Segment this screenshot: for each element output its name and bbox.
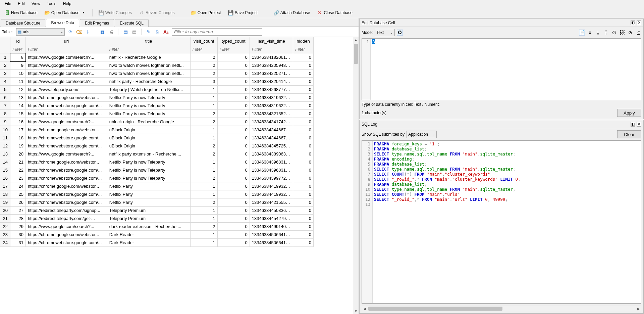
- cell-visit-count[interactable]: 2: [190, 110, 217, 118]
- cell-hidden[interactable]: 0: [293, 215, 314, 223]
- vertical-scrollbar[interactable]: ▲ ▼: [353, 37, 359, 314]
- table-row[interactable]: 512https://www.teleparty.com/Teleparty |…: [0, 86, 314, 94]
- col-header-hidden[interactable]: hidden: [293, 37, 314, 45]
- menu-file[interactable]: File: [1, 1, 14, 7]
- cell-hidden[interactable]: 0: [293, 190, 314, 198]
- filter-any-input[interactable]: [172, 28, 262, 36]
- menu-tools[interactable]: Tools: [44, 1, 60, 7]
- cell-typed-count[interactable]: 0: [217, 223, 250, 231]
- cell-last-visit[interactable]: 13346384399772848: [250, 174, 293, 182]
- table-row[interactable]: 1421https://chrome.google.com/webstor...…: [0, 158, 314, 166]
- goto-icon[interactable]: ⎘: [154, 29, 160, 35]
- table-row[interactable]: 1825https://chromewebstore.google.com/..…: [0, 190, 314, 198]
- cell-hidden[interactable]: 0: [293, 231, 314, 239]
- cell-hidden[interactable]: 0: [293, 102, 314, 110]
- cell-id[interactable]: 11: [10, 78, 26, 86]
- cell-id[interactable]: 23: [10, 174, 26, 182]
- refresh-icon[interactable]: ⟳: [67, 29, 73, 35]
- cell-typed-count[interactable]: 0: [217, 86, 250, 94]
- print-icon[interactable]: 🖨: [635, 30, 641, 36]
- format-toggle-icon[interactable]: 🞇: [397, 30, 403, 36]
- cell-visit-count[interactable]: 2: [190, 53, 217, 61]
- cell-visit-count[interactable]: 1: [190, 126, 217, 134]
- cell-last-visit[interactable]: 13346384389063128: [250, 150, 293, 158]
- cell-title[interactable]: netflix party - Recherche Google: [107, 78, 190, 86]
- cell-id[interactable]: 17: [10, 126, 26, 134]
- cell-title[interactable]: dark reader extension - Recherche ...: [107, 223, 190, 231]
- cell-last-visit[interactable]: 13346384341742661: [250, 118, 293, 126]
- table-select[interactable]: ▦urls ⌄: [16, 28, 65, 36]
- save-project-button[interactable]: 💾Save Project: [225, 9, 261, 17]
- cell-id[interactable]: 28: [10, 215, 26, 223]
- cell-typed-count[interactable]: 0: [217, 231, 250, 239]
- table-row[interactable]: 613https://chrome.google.com/webstor...N…: [0, 94, 314, 102]
- sql-log-editor[interactable]: 12345678910111213 PRAGMA foreign_keys = …: [362, 140, 641, 304]
- filter-visit[interactable]: [193, 47, 215, 52]
- table-row[interactable]: 1926https://chromewebstore.google.com/..…: [0, 198, 314, 207]
- cell-id[interactable]: 26: [10, 198, 26, 207]
- cell-typed-count[interactable]: 0: [217, 158, 250, 166]
- cell-visit-count[interactable]: 1: [190, 207, 217, 215]
- cell-id[interactable]: 25: [10, 190, 26, 198]
- cell-visit-count[interactable]: 1: [190, 102, 217, 110]
- filter-url[interactable]: [28, 47, 105, 52]
- cell-hidden[interactable]: 0: [293, 223, 314, 231]
- filter-id[interactable]: [12, 47, 23, 52]
- cell-last-visit[interactable]: 13346384319622983: [250, 102, 293, 110]
- cell-url[interactable]: https://chrome.google.com/webstor...: [25, 182, 107, 190]
- cell-id[interactable]: 27: [10, 207, 26, 215]
- open-project-button[interactable]: 📁Open Project: [188, 9, 224, 17]
- cell-url[interactable]: https://chrome.google.com/webstor...: [25, 94, 107, 102]
- cell-visit-count[interactable]: 1: [190, 94, 217, 102]
- table-row[interactable]: 2128https://redirect.teleparty.com/get-.…: [0, 215, 314, 223]
- scroll-right-arrow[interactable]: ▶: [636, 306, 641, 311]
- cell-hidden[interactable]: 0: [293, 110, 314, 118]
- col-header-typed-count[interactable]: typed_count: [217, 37, 250, 45]
- cell-url[interactable]: https://chromewebstore.google.com/...: [25, 110, 107, 118]
- table-row[interactable]: 18https://www.google.com/search?...netfl…: [0, 53, 314, 61]
- cell-typed-count[interactable]: 0: [217, 198, 250, 207]
- source-select[interactable]: Application ⌄: [407, 131, 437, 138]
- cell-typed-count[interactable]: 0: [217, 53, 250, 61]
- filter-title[interactable]: [109, 47, 188, 52]
- cell-id[interactable]: 18: [10, 134, 26, 142]
- cell-url[interactable]: https://www.google.com/search?...: [25, 61, 107, 70]
- cell-url[interactable]: https://chromewebstore.google.com/...: [25, 166, 107, 174]
- table-row[interactable]: 1017https://chrome.google.com/webstor...…: [0, 126, 314, 134]
- cell-typed-count[interactable]: 0: [217, 142, 250, 150]
- cell-title[interactable]: hwo to watch movies togther on netfl...: [107, 70, 190, 78]
- cell-visit-count[interactable]: 1: [190, 215, 217, 223]
- table-row[interactable]: 1522https://chromewebstore.google.com/..…: [0, 166, 314, 174]
- cell-title[interactable]: Netflix Party is now Teleparty: [107, 94, 190, 102]
- cell-url[interactable]: https://chrome.google.com/webstor...: [25, 126, 107, 134]
- table-row[interactable]: 2330https://chrome.google.com/webstor...…: [0, 231, 314, 239]
- cell-id[interactable]: 20: [10, 150, 26, 158]
- cell-typed-count[interactable]: 0: [217, 215, 250, 223]
- cell-url[interactable]: https://redirect.teleparty.com/get-...: [25, 215, 107, 223]
- cell-visit-count[interactable]: 1: [190, 182, 217, 190]
- cell-last-visit[interactable]: 13346384344667706: [250, 134, 293, 142]
- new-database-button[interactable]: 🗄New Database: [1, 9, 41, 17]
- cell-hidden[interactable]: 0: [293, 158, 314, 166]
- import-icon[interactable]: ⭳: [595, 30, 601, 36]
- cell-hidden[interactable]: 0: [293, 78, 314, 86]
- undock-icon[interactable]: ◧: [631, 122, 635, 127]
- cell-visit-count[interactable]: 2: [190, 198, 217, 207]
- tab-browse[interactable]: Browse Data: [46, 19, 79, 27]
- cell-url[interactable]: https://www.google.com/search?...: [25, 70, 107, 78]
- cell-id[interactable]: 29: [10, 223, 26, 231]
- clear-button[interactable]: Clear: [617, 130, 641, 138]
- menu-help[interactable]: Help: [60, 1, 75, 7]
- cell-visit-count[interactable]: 3: [190, 78, 217, 86]
- cell-id[interactable]: 22: [10, 166, 26, 174]
- cell-last-visit[interactable]: 13346384320414294: [250, 78, 293, 86]
- scroll-thumb[interactable]: [354, 44, 358, 64]
- cell-visit-count[interactable]: 1: [190, 239, 217, 247]
- write-changes-button[interactable]: 💾Write Changes: [96, 9, 135, 17]
- cell-id[interactable]: 14: [10, 102, 26, 110]
- cell-id[interactable]: 9: [10, 61, 26, 70]
- cell-title[interactable]: Teleparty Premium: [107, 207, 190, 215]
- cell-id[interactable]: 19: [10, 142, 26, 150]
- cell-url[interactable]: https://chromewebstore.google.com/...: [25, 198, 107, 207]
- export-icon[interactable]: ▦: [99, 29, 105, 35]
